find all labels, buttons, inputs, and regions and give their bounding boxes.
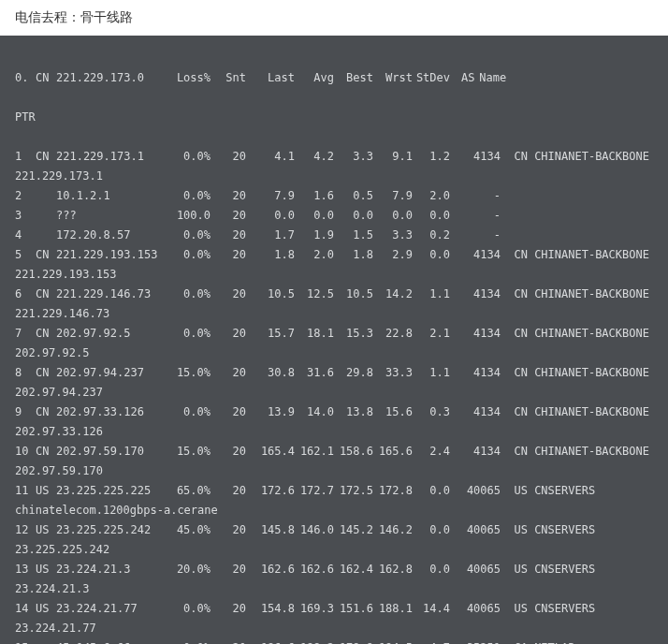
- cell-avg: 1.6: [295, 186, 334, 206]
- cell-best: 145.2: [334, 520, 373, 540]
- cell-name: CN CHINANET-BACKBONE: [514, 324, 649, 344]
- hdr-snt: Snt: [211, 68, 246, 88]
- cell-best: 0.0: [334, 206, 373, 226]
- cell-wrst: 9.1: [373, 147, 413, 167]
- hdr-avg: Avg: [295, 68, 334, 88]
- cell-snt: 20: [211, 560, 246, 579]
- cell-loss: 0.0%: [167, 226, 211, 245]
- cell-loss: 0.0%: [167, 638, 211, 644]
- cell-stdev: 0.0: [413, 206, 450, 226]
- cell-last: 1.8: [255, 245, 295, 265]
- cell-hop: 13: [15, 560, 36, 579]
- cell-stdev: 0.0: [413, 481, 450, 501]
- cell-name: CN CHINANET-BACKBONE: [514, 442, 649, 461]
- cell-host: 221.229.146.73: [56, 285, 167, 304]
- cell-best: 151.6: [334, 599, 373, 619]
- cell-avg: 169.3: [295, 599, 334, 619]
- cell-ptr: 202.97.94.237: [15, 383, 653, 402]
- cell-last: 7.9: [255, 186, 295, 206]
- cell-stdev: 0.0: [413, 245, 450, 265]
- cell-best: 162.4: [334, 560, 373, 579]
- cell-wrst: 188.1: [373, 599, 413, 619]
- cell-wrst: 15.6: [373, 402, 413, 422]
- hdr-as: AS: [461, 68, 472, 88]
- table-row: 11US23.225.225.22565.0%20172.6172.7172.5…: [15, 481, 653, 501]
- cell-avg: 0.0: [295, 206, 334, 226]
- cell-last: 154.8: [255, 599, 295, 619]
- cell-ptr: 221.229.193.153: [15, 265, 653, 285]
- cell-stdev: 0.0: [413, 520, 450, 540]
- table-row: 1545.145.6.660.0%20186.6188.2178.9194.54…: [15, 638, 653, 644]
- cell-host: 172.20.8.57: [56, 226, 167, 245]
- cell-snt: 20: [211, 186, 246, 206]
- cell-wrst: 162.8: [373, 560, 413, 579]
- cell-loss: 100.0: [167, 206, 211, 226]
- cell-snt: 20: [211, 402, 246, 422]
- cell-as: 40065: [461, 520, 501, 540]
- cell-as: 4134: [461, 324, 501, 344]
- cell-last: 15.7: [255, 324, 295, 344]
- cell-hop: 2: [15, 186, 36, 206]
- table-row: 9CN202.97.33.1260.0%2013.914.013.815.60.…: [15, 402, 653, 422]
- table-row: 1CN221.229.173.10.0%204.14.23.39.11.2413…: [15, 147, 653, 167]
- cell-avg: 14.0: [295, 402, 334, 422]
- cell-snt: 20: [211, 638, 246, 644]
- cell-loss: 45.0%: [167, 520, 211, 540]
- hdr-cc: CN: [36, 68, 56, 88]
- cell-stdev: 1.1: [413, 285, 450, 304]
- cell-name: US CNSERVERS: [514, 560, 595, 579]
- cell-hop: 12: [15, 520, 36, 540]
- table-row: 8CN202.97.94.23715.0%2030.831.629.833.31…: [15, 363, 653, 383]
- cell-name: CA NETLAB: [514, 638, 574, 644]
- cell-name: CN CHINANET-BACKBONE: [514, 285, 649, 304]
- cell-ptr: chinatelecom.1200gbps-a.cerane: [15, 501, 653, 520]
- cell-name: US CNSERVERS: [514, 599, 595, 619]
- cell-as: 35251: [461, 638, 501, 644]
- cell-avg: 172.7: [295, 481, 334, 501]
- cell-best: 172.5: [334, 481, 373, 501]
- hdr-ptr: PTR: [15, 108, 653, 127]
- cell-wrst: 146.2: [373, 520, 413, 540]
- cell-last: 1.7: [255, 226, 295, 245]
- cell-ptr: 23.225.225.242: [15, 540, 653, 560]
- cell-name: CN CHINANET-BACKBONE: [514, 363, 649, 383]
- cell-host: 202.97.94.237: [56, 363, 167, 383]
- cell-hop: 8: [15, 363, 36, 383]
- cell-loss: 15.0%: [167, 363, 211, 383]
- cell-wrst: 22.8: [373, 324, 413, 344]
- cell-snt: 20: [211, 226, 246, 245]
- cell-loss: 0.0%: [167, 285, 211, 304]
- cell-ptr: 221.229.146.73: [15, 304, 653, 324]
- cell-last: 0.0: [255, 206, 295, 226]
- cell-stdev: 14.4: [413, 599, 450, 619]
- table-row: 10CN202.97.59.17015.0%20165.4162.1158.61…: [15, 442, 653, 461]
- cell-snt: 20: [211, 363, 246, 383]
- cell-wrst: 2.9: [373, 245, 413, 265]
- cell-host: 23.225.225.242: [56, 520, 167, 540]
- cell-as: 4134: [461, 402, 501, 422]
- cell-avg: 162.1: [295, 442, 334, 461]
- cell-stdev: 0.0: [413, 560, 450, 579]
- cell-avg: 2.0: [295, 245, 334, 265]
- cell-host: 10.1.2.1: [56, 186, 167, 206]
- cell-wrst: 194.5: [373, 638, 413, 644]
- cell-loss: 15.0%: [167, 442, 211, 461]
- cell-stdev: 0.3: [413, 402, 450, 422]
- header-row: 0.CN221.229.173.0Loss%SntLastAvgBestWrst…: [15, 68, 653, 88]
- cell-as: 4134: [461, 442, 501, 461]
- cell-snt: 20: [211, 520, 246, 540]
- cell-hop: 15: [15, 638, 36, 644]
- cell-avg: 18.1: [295, 324, 334, 344]
- table-row: 6CN221.229.146.730.0%2010.512.510.514.21…: [15, 285, 653, 304]
- cell-hop: 10: [15, 442, 36, 461]
- cell-loss: 0.0%: [167, 186, 211, 206]
- cell-stdev: 4.7: [413, 638, 450, 644]
- cell-best: 1.8: [334, 245, 373, 265]
- cell-ptr: 221.229.173.1: [15, 167, 653, 186]
- cell-loss: 65.0%: [167, 481, 211, 501]
- cell-host: 202.97.59.170: [56, 442, 167, 461]
- cell-as: 4134: [461, 285, 501, 304]
- cell-last: 30.8: [255, 363, 295, 383]
- cell-cc: US: [36, 520, 56, 540]
- cell-loss: 0.0%: [167, 402, 211, 422]
